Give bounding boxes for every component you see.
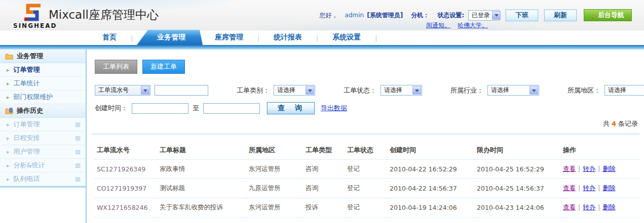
close-box-icon[interactable]: ⊠ xyxy=(75,175,81,183)
username: admin xyxy=(345,12,364,19)
sidebar: 业务管理 ▸ 订单管理 ▸ 工单统计 ▸ 部门权限维护 操作历史 xyxy=(0,50,87,223)
sidebar-item-ticket-statistics[interactable]: ▸ 工单统计 xyxy=(0,77,86,91)
sidebar-item-order-management[interactable]: ▸ 订单管理 xyxy=(0,63,86,77)
cell-serial: WX1271658246 xyxy=(95,198,158,217)
tab-agent-management[interactable]: 座席管理 xyxy=(204,30,254,45)
tab-home[interactable]: 首页 xyxy=(91,30,128,45)
cell-title: 关于客车乱收费的投诉 xyxy=(158,198,247,217)
ticket-status-value: 请选择 xyxy=(381,86,404,95)
transfer-link[interactable]: 转办 xyxy=(583,184,595,192)
col-actions: 操作 xyxy=(561,141,640,160)
cell-deadline: 2010-04-25 16:52:29 xyxy=(475,160,561,179)
cell-type: 咨询 xyxy=(304,160,345,179)
school-link[interactable]: 哈佛大学。 xyxy=(458,21,488,30)
chevron-down-icon xyxy=(412,86,421,95)
cell-type: 咨询 xyxy=(304,179,345,198)
sidebar-item-analysis-stats[interactable]: ▸ 分析&统计 ⊠ xyxy=(0,159,86,172)
close-box-icon[interactable]: ⊠ xyxy=(75,148,81,156)
app-title: Mixcall座席管理中心 xyxy=(49,7,159,23)
ticket-status-select[interactable]: 请选择 xyxy=(381,85,422,96)
tab-divider: | xyxy=(254,35,262,45)
industry-value: 请选择 xyxy=(488,86,511,95)
folder-icon xyxy=(5,53,13,60)
ticket-type-value: 请选择 xyxy=(274,86,297,95)
serial-field-value: 工单流水号 xyxy=(95,86,131,95)
sidebar-item-schedule[interactable]: ▸ 日程安排 ⊠ xyxy=(0,131,86,145)
cell-region: 九原运管所 xyxy=(247,179,304,198)
delete-link[interactable]: 删除 xyxy=(602,165,615,172)
cell-actions: 查看|转办|删除 xyxy=(561,179,640,198)
sidebar-group-history[interactable]: 操作历史 xyxy=(0,104,86,118)
created-to-input[interactable] xyxy=(203,103,260,114)
col-deadline: 限办时间 xyxy=(475,141,561,160)
filter-row-2: 创建时间： 至 查 询 导出数据 xyxy=(95,102,644,114)
tab-system-settings[interactable]: 系统设置 xyxy=(321,30,372,45)
serial-field-select[interactable]: 工单流水号 xyxy=(95,85,150,96)
cell-serial: SC1271926349 xyxy=(95,160,158,179)
table-header-row: 工单流水号 工单标题 所属地区 工单类型 工单状态 创建时间 限办时间 操作 xyxy=(95,141,640,160)
ticket-type-select[interactable]: 请选择 xyxy=(274,85,315,96)
tab-business-management[interactable]: 业务管理 xyxy=(137,30,203,45)
search-button[interactable]: 查 询 xyxy=(267,102,315,114)
region-label: 所属地区： xyxy=(567,86,600,95)
sidebar-item-queue-calls[interactable]: ▸ 队列电话 ⊠ xyxy=(0,172,86,186)
chevron-down-icon xyxy=(492,11,501,20)
cell-status: 登记 xyxy=(345,179,388,198)
transfer-link[interactable]: 转办 xyxy=(583,203,595,211)
serial-search-input[interactable] xyxy=(155,85,208,96)
view-link[interactable]: 查看 xyxy=(563,203,576,211)
arrow-icon: ▸ xyxy=(7,67,10,73)
col-status: 工单状态 xyxy=(345,141,388,160)
region-select[interactable]: 请选择 xyxy=(604,85,644,96)
action-divider: | xyxy=(576,184,583,192)
close-box-icon[interactable]: ⊠ xyxy=(75,135,81,142)
tab-statistics-report[interactable]: 统计报表 xyxy=(262,30,313,45)
industry-select[interactable]: 请选择 xyxy=(487,85,539,96)
cell-created: 2010-04-22 14:56:37 xyxy=(388,179,475,198)
refresh-button[interactable]: 刷新 xyxy=(544,10,577,21)
backend-nav-button[interactable]: ↓ 后台导航 xyxy=(584,9,632,21)
off-duty-button[interactable]: 下班 xyxy=(506,10,538,21)
to-label: 至 xyxy=(193,104,199,113)
sidebar-item-label: 队列电话 xyxy=(14,174,40,184)
tab-divider: | xyxy=(128,35,136,45)
sidebar-item-label: 分析&统计 xyxy=(14,161,45,170)
ticket-list-button[interactable]: 工单列表 xyxy=(95,60,137,74)
delete-link[interactable]: 删除 xyxy=(602,184,615,192)
ticket-status-label: 工单状态： xyxy=(344,86,376,95)
created-time-label: 创建时间： xyxy=(95,104,128,113)
status-setting-label: 状态设置: xyxy=(437,11,464,20)
export-data-link[interactable]: 导出数据 xyxy=(321,104,347,113)
new-ticket-button[interactable]: 新建工单 xyxy=(142,60,185,74)
notice-link[interactable]: 阅通知。 xyxy=(426,21,450,30)
user-bar: 您好， admin [系统管理员] 分机： 状态设置: 已登录 下班 刷新 ↓ … xyxy=(320,9,632,21)
transfer-link[interactable]: 转办 xyxy=(583,165,595,172)
folder-doc-icon xyxy=(5,108,13,114)
col-title: 工单标题 xyxy=(158,141,247,160)
cell-title: 家政事情 xyxy=(158,160,247,179)
down-arrow-icon: ↓ xyxy=(591,11,595,19)
close-box-icon[interactable]: ⊠ xyxy=(75,162,81,169)
status-select[interactable]: 已登录 xyxy=(468,10,500,21)
close-box-icon[interactable]: ⊠ xyxy=(75,121,81,128)
view-link[interactable]: 查看 xyxy=(563,165,576,172)
view-link[interactable]: 查看 xyxy=(563,184,576,192)
sidebar-item-dept-permission[interactable]: ▸ 部门权限维护 xyxy=(0,91,86,104)
table-row: SC1271926349 家政事情 东河运管所 咨询 登记 2010-04-22… xyxy=(95,160,640,179)
nav-underline-bar xyxy=(0,45,644,50)
cell-serial: CO1271919397 xyxy=(95,179,158,198)
ticket-type-label: 工单类别： xyxy=(237,86,270,95)
created-from-input[interactable] xyxy=(132,103,188,114)
sidebar-group-business[interactable]: 业务管理 xyxy=(0,50,86,63)
industry-label: 所属行业： xyxy=(450,86,483,95)
chevron-down-icon xyxy=(529,86,538,95)
main-nav: 首页 | 业务管理 座席管理 | 统计报表 | 系统设置 | xyxy=(0,30,644,45)
sidebar-item-history-orders[interactable]: ▸ 订单管理 ⊠ xyxy=(0,118,86,131)
sidebar-item-user-management[interactable]: ▸ 用户管理 ⊠ xyxy=(0,145,86,159)
delete-link[interactable]: 删除 xyxy=(602,203,615,211)
cell-actions: 查看|转办|删除 xyxy=(561,198,640,217)
action-divider: | xyxy=(595,184,602,192)
cell-created: 2010-04-19 14:24:06 xyxy=(388,198,475,217)
arrow-icon: ▸ xyxy=(7,80,10,87)
chevron-down-icon xyxy=(306,86,314,95)
